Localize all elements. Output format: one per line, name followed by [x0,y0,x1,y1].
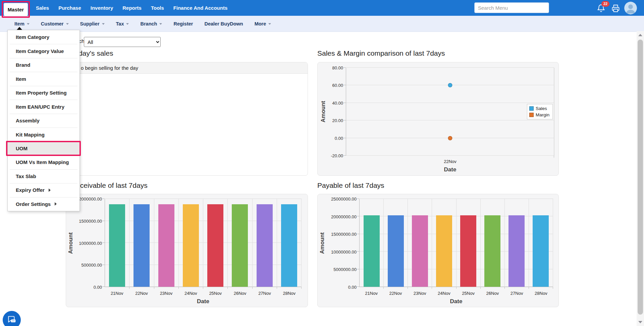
chevron-down-icon [159,23,162,25]
x-tick-label: 27Nov [505,291,529,296]
chevron-down-icon [66,23,69,25]
sub-nav-item-customer[interactable]: Customer [35,21,74,26]
category-slot-23nov [408,199,432,287]
menu-item-kit-mapping[interactable]: Kit Mapping [8,127,79,141]
category-slot-22nov [384,199,408,287]
sub-nav-item-more[interactable]: More [249,21,277,26]
x-tick-label: 28Nov [529,291,553,296]
sub-nav-item-label: Customer [41,21,64,26]
y-tick-label: 2000000.00 [79,197,102,202]
sub-nav-item-register[interactable]: Register [168,21,199,26]
legend-swatch [529,106,534,111]
category-slot-25nov [457,199,481,287]
top-nav-tab-purchase[interactable]: Purchase [54,5,86,11]
sub-nav-item-label: Register [173,21,193,26]
menu-item-label: Assembly [16,118,40,123]
y-tick-label: 0.00 [335,135,343,141]
menu-item-order-settings[interactable]: Order Settings [8,197,79,211]
scroll-down-arrow-icon[interactable] [638,321,642,323]
menu-item-label: Item Category [16,34,49,40]
legend-item-sales: Sales [529,106,549,111]
data-point-margin-22nov [448,136,452,140]
menu-item-label: Item Category Value [16,48,64,54]
top-nav-tab-sales[interactable]: Sales [31,5,54,11]
payable-chart: Amount 25000000.0020000000.0015000000.00… [317,194,559,307]
top-nav-tab-master[interactable]: Master [4,3,28,16]
sub-nav-item-tax[interactable]: Tax [110,21,135,26]
x-tick-label: 23Nov [154,291,178,296]
search-input[interactable] [474,2,549,13]
x-tick-label: 27Nov [252,291,277,296]
sub-nav-item-dealer-buydown[interactable]: Dealer BuyDown [199,21,249,26]
sub-nav-item-item[interactable]: Item [9,21,35,26]
menu-item-label: UOM [16,146,28,151]
menu-item-assembly[interactable]: Assembly [8,114,79,127]
menu-item-uom[interactable]: UOM [8,142,79,155]
todays-sales-card: o begin selling for the day [66,62,308,176]
x-axis-ticks: 22Nov [346,159,554,164]
top-nav-tab-tools[interactable]: Tools [146,5,169,11]
category-slot-28nov [277,199,302,287]
legend-swatch [529,113,534,117]
print-button[interactable] [611,4,620,12]
y-tick-label: 15000000.00 [331,232,357,237]
bar-28nov [281,204,297,287]
category-slot-23nov [154,199,179,287]
plot-area [346,68,554,156]
menu-item-label: Brand [16,62,30,68]
scroll-up-arrow-icon[interactable] [638,34,642,36]
menu-item-uom-vs-item-mapping[interactable]: UOM Vs Item Mapping [8,155,79,169]
x-tick-label: 25Nov [203,291,228,296]
x-axis-ticks: 21Nov22Nov23Nov24Nov25Nov26Nov27Nov28Nov [105,291,302,296]
bar-21nov [364,215,380,287]
y-tick-label: 1000000.00 [79,240,102,246]
sub-nav-item-label: Supplier [80,21,100,26]
x-tick-label: 22Nov [129,291,154,296]
legend-item-margin: Margin [529,112,549,117]
gridline [105,199,302,199]
vertical-scrollbar[interactable] [637,31,644,326]
y-tick-label: 20.00 [332,118,343,123]
menu-item-item-category-value[interactable]: Item Category Value [8,44,79,58]
bar-24nov [183,204,199,287]
gridline [346,67,554,68]
branch-select[interactable]: All [84,37,161,47]
menu-item-item-category[interactable]: Item Category [8,30,79,44]
chat-fab-button[interactable] [3,311,21,326]
top-nav-tabs: SalesPurchaseInventoryReportsToolsFinanc… [31,0,232,16]
chevron-right-icon [55,202,57,206]
menu-item-item[interactable]: Item [8,72,79,86]
sub-nav: ItemCustomerSupplierTaxBranchRegisterDea… [0,16,644,32]
category-slot-27nov [253,199,277,287]
menu-item-item-property-setting[interactable]: Item Property Setting [8,86,79,100]
menu-item-tax-slab[interactable]: Tax Slab [8,169,79,183]
gridline [346,103,554,103]
y-tick-label: 20000000.00 [331,214,357,219]
menu-item-item-ean-upc-entry[interactable]: Item EAN/UPC Entry [8,100,79,113]
x-tick-label: 22Nov [346,159,554,164]
bar-21nov [109,204,125,287]
app-screen: SalesPurchaseInventoryReportsToolsFinanc… [0,0,644,326]
user-avatar[interactable] [624,2,637,14]
gridline [346,155,554,156]
scrollbar-thumb[interactable] [638,40,643,315]
bell-icon [597,9,605,14]
top-nav-tab-inventory[interactable]: Inventory [86,5,118,11]
x-tick-label: 23Nov [408,291,432,296]
category-slot-22nov [346,68,554,156]
menu-item-brand[interactable]: Brand [8,58,79,72]
menu-item-expiry-offer[interactable]: Expiry Offer [8,183,79,197]
y-tick-label: 40.00 [332,100,343,105]
category-slot-28nov [529,199,553,287]
top-nav-tab-finance-and-accounts[interactable]: Finance And Accounts [169,5,232,11]
chat-bubble-icon [7,315,17,326]
top-nav-tab-reports[interactable]: Reports [118,5,146,11]
annotation-highlight-master: Master [2,1,30,18]
x-axis-ticks: 21Nov22Nov23Nov24Nov25Nov26Nov27Nov28Nov [359,291,553,296]
chevron-down-icon [126,23,129,25]
sub-nav-item-branch[interactable]: Branch [135,21,168,26]
receivable-title: Receivable of last 7days [71,181,148,189]
plot-area [359,199,553,287]
chevron-down-icon [102,23,105,25]
sub-nav-item-supplier[interactable]: Supplier [74,21,110,26]
